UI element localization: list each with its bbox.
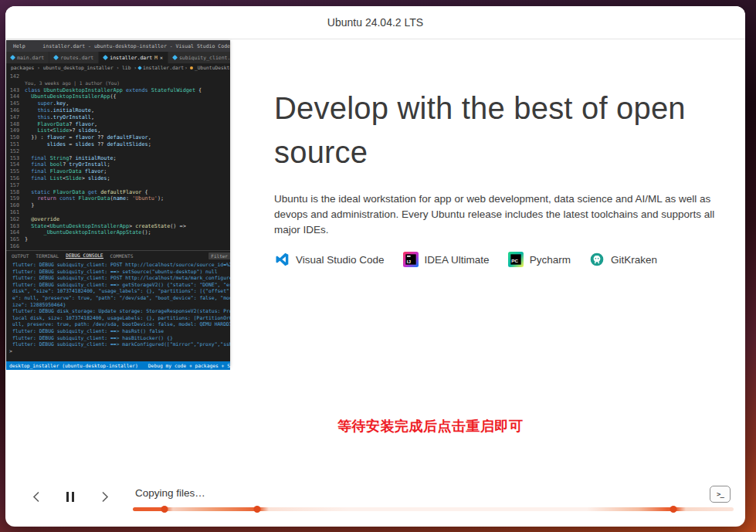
console-line: flutter: DEBUG subiquity_client: POST ht… [6,262,230,269]
previous-slide-button[interactable] [28,488,45,505]
code-line: You, 3 weeks ago | 1 author (You) [6,80,230,87]
app-logo-item: IJIDEA Ultimate [403,252,490,267]
code-line: 147 this.tryOrInstall, [6,114,230,121]
intellij-icon: IJ [403,252,419,267]
console-line: flutter: DEBUG subiquity_client: ==> mar… [6,341,230,348]
vscode-editor-tabs: main.dartroutes.dartinstaller.dartM✕subi… [6,52,230,63]
code-line: 148 FlavorData? flavor, [6,121,230,128]
code-line: 155 final FlavorData flavor; [6,168,230,175]
progress-dot [161,506,168,513]
close-tab-icon: ✕ [160,55,163,61]
panel-tab: DEBUG CONSOLE [66,252,103,259]
chevron-left-icon [32,491,40,503]
vscode-status-launch-config: Debug my code + packages + SDK [148,363,230,368]
slide-heading: Develop with the best of open source [274,86,737,175]
console-line: flutter: DEBUG disk_storage: Update stor… [6,308,230,315]
terminal-icon: >_ [717,490,724,498]
terminal-button[interactable]: >_ [710,486,731,503]
code-line: 160 } [6,202,230,209]
breadcrumb-symbol: _UbuntuDesktopInstallerAppStat [195,65,230,70]
window-titlebar: Ubuntu 24.04.2 LTS [5,6,745,39]
code-line: 150 }) : flavor = flavor ?? defaultFlavo… [6,134,230,141]
vscode-breadcrumb: packages › ubuntu_desktop_installer › li… [6,63,230,72]
code-line: 161 [6,209,230,216]
code-line: 166 [6,243,230,250]
code-line: 157 [6,182,230,189]
vscode-icon [274,252,290,267]
chinese-annotation: 等待安装完成后点击重启即可 [337,417,524,435]
app-label: Pycharm [530,254,571,266]
code-line: 165} [6,236,230,243]
vscode-titlebar: Help installer.dart - ubuntu-desktop-ins… [6,40,230,52]
app-logos-row: Visual Studio CodeIJIDEA UltimatePCPycha… [274,252,657,267]
code-line: 158 static FlavorData get defaultFlavor … [6,189,230,196]
dart-file-icon [172,55,178,60]
code-line: 156 final List<Slide> slides; [6,175,230,182]
pause-icon [66,492,74,502]
vscode-status-bar: desktop_installer (ubuntu-desktop-instal… [6,361,230,370]
pause-slideshow-button[interactable] [62,488,79,505]
code-line: 142 [6,73,230,80]
pycharm-icon: PC [508,252,524,267]
code-line: 164 _UbuntuDesktopInstallerAppState(); [6,229,230,236]
breadcrumb-path: packages › ubuntu_desktop_installer › li… [11,65,137,70]
console-line: local disk, size: 107374182400, usageLab… [6,315,230,322]
vscode-tab: subiquity_client.dart [168,52,230,63]
svg-text:PC: PC [511,258,518,263]
code-line: 154 final bool? tryOrInstall; [6,161,230,168]
dart-file-icon [137,66,142,70]
gitkraken-icon [589,252,605,267]
vscode-screenshot: Help installer.dart - ubuntu-desktop-ins… [6,40,230,366]
code-line: 152 [6,148,230,155]
vscode-tab: installer.dartM✕ [99,52,168,63]
install-status-text: Copying files… [135,487,205,499]
code-line: 146 this.initialRoute, [6,107,230,114]
installer-window: Ubuntu 24.04.2 LTS Help installer.dart -… [5,6,745,527]
chevron-right-icon [101,491,109,503]
vscode-status-project: desktop_installer (ubuntu-desktop-instal… [9,363,138,368]
progress-dot [670,506,677,513]
code-line: 162 @override [6,216,230,223]
code-line: 144 UbuntuDesktopInstallerApp({ [6,93,230,100]
window-title: Ubuntu 24.04.2 LTS [327,16,423,29]
console-line: flutter: DEBUG subiquity_client: ==> get… [6,282,230,289]
dart-file-icon [53,55,59,60]
console-prompt: > [6,348,230,355]
console-line: flutter: DEBUG subiquity_client: POST ht… [6,275,230,282]
vscode-code-editor: 142You, 3 weeks ago | 1 author (You)143c… [6,72,230,250]
console-line: disk", "size": 107374182400, "usage_labe… [6,288,230,295]
app-label: IDEA Ultimate [425,254,490,266]
code-line: 151 slides = slides ?? defaultSlides; [6,141,230,148]
dart-file-icon [103,55,108,60]
code-line: 149 List<Slide>? slides, [6,127,230,134]
panel-tab: OUTPUT [12,253,29,259]
vscode-tab: main.dart [6,52,49,63]
next-slide-button[interactable] [97,488,114,505]
app-label: Visual Studio Code [296,254,385,266]
breadcrumb-separator: › [185,65,188,70]
console-line: flutter: DEBUG subiquity_client: ==> has… [6,335,230,342]
vscode-help-menu: Help [13,43,25,49]
panel-tab: TERMINAL [36,253,59,259]
app-label: GitKraken [611,254,657,266]
filter-box: Filter [208,252,230,259]
app-logo-item: PCPycharm [508,252,571,267]
panel-tab: COMMENTS [110,253,134,259]
app-logo-item: GitKraken [589,252,657,267]
console-line: ize": 12885950464} [6,302,230,309]
code-line: 163 State<UbuntuDesktopInstallerApp> cre… [6,223,230,230]
code-line: 145 super.key, [6,100,230,107]
vscode-debug-console: flutter: DEBUG subiquity_client: POST ht… [6,260,230,361]
code-line: 143class UbuntuDesktopInstallerApp exten… [6,87,230,94]
console-line: e": null, "preserve": true, "path": "/de… [6,295,230,302]
install-progress-bar [133,507,734,511]
code-line: 159 return const FlavorData(name: 'Ubunt… [6,195,230,202]
app-logo-item: Visual Studio Code [274,252,385,267]
progress-dot [254,506,261,513]
console-line: ull, preserve: true, path: /dev/sda, boo… [6,321,230,328]
symbol-icon [190,66,193,69]
vscode-tab: routes.dart [49,52,99,63]
vscode-panel-tabs: OUTPUTTERMINALDEBUG CONSOLECOMMENTSFilte… [6,250,230,260]
svg-text:IJ: IJ [406,259,411,264]
vscode-window-title: installer.dart - ubuntu-desktop-installe… [36,43,230,49]
